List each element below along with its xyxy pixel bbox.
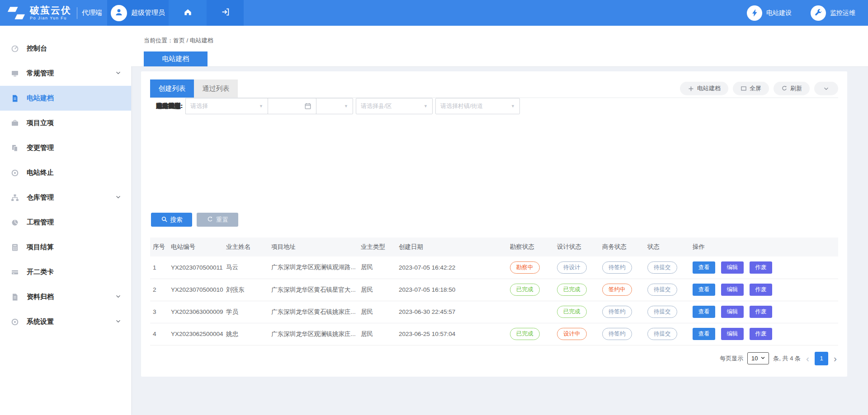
survey-status-cell	[507, 301, 554, 323]
card-icon	[11, 267, 21, 277]
sidebar-item-document[interactable]: 电站建档	[0, 86, 131, 111]
filter-select[interactable]: 请选择村镇/街道▼	[435, 98, 520, 114]
column-header: 序号	[150, 238, 168, 256]
actions-cell: 查看编辑作废	[690, 301, 838, 323]
sitemap-icon	[11, 193, 21, 203]
home-icon	[184, 8, 192, 18]
design-status-cell: 已完成	[554, 301, 599, 323]
breadcrumb: 当前位置：首页 / 电站建档	[144, 37, 213, 45]
sidebar-item-pie[interactable]: 工程管理	[0, 210, 131, 235]
owner-name: 学员	[223, 301, 269, 323]
calculator-icon	[11, 242, 21, 252]
void-button[interactable]: 作废	[750, 284, 772, 296]
status-badge: 待提交	[647, 328, 677, 340]
edit-button[interactable]: 编辑	[721, 261, 744, 274]
filter-select[interactable]: 请选择▼	[185, 98, 268, 114]
sidebar-item-briefcase[interactable]: 项目立项	[0, 111, 131, 135]
refresh-button[interactable]: 刷新	[774, 82, 810, 95]
quick-link-wrench[interactable]: 监控运维	[811, 5, 855, 21]
quick-link-bolt[interactable]: 电站建设	[747, 5, 792, 21]
row-index: 2	[150, 279, 168, 301]
chevron-down-icon	[115, 293, 121, 301]
created-date: 2023-06-25 10:57:04	[396, 323, 507, 345]
breadcrumb-bar: 当前位置：首页 / 电站建档 电站建档	[131, 26, 868, 67]
void-button[interactable]: 作废	[750, 261, 772, 274]
logout-button[interactable]	[207, 0, 244, 26]
table-row: 2YX2023070500010刘强东广东深圳龙华区黄石镇星官大...居民202…	[150, 279, 838, 301]
column-header: 业主类型	[358, 238, 396, 256]
briefcase-icon	[11, 118, 21, 128]
edit-button[interactable]: 编辑	[721, 328, 744, 340]
filter-group-10: 业主类型:请选择▼	[150, 98, 271, 114]
refresh-icon	[781, 85, 788, 92]
page-size-select[interactable]: 10	[747, 352, 769, 364]
sidebar-item-card[interactable]: 开二类卡	[0, 260, 131, 284]
quick-link-label: 监控运维	[830, 9, 855, 17]
business-status-cell: 待签约	[599, 323, 645, 345]
sidebar-item-label: 变更管理	[27, 144, 121, 152]
home-button[interactable]	[169, 0, 207, 26]
table-row: 1YX2023070500011马云广东深圳龙华区观澜镇观湖路...居民2023…	[150, 256, 838, 279]
search-icon	[161, 216, 168, 224]
fullscreen-button[interactable]: 全屏	[733, 82, 769, 95]
current-page-button[interactable]: 1	[815, 352, 828, 365]
column-header: 设计状态	[554, 238, 599, 256]
filter-select[interactable]: 请选择县/区▼	[356, 98, 433, 114]
sidebar-item-copy[interactable]: 变更管理	[0, 135, 131, 160]
brand-subtitle: Po Jian Yun Fu	[30, 16, 71, 20]
view-button[interactable]: 查看	[693, 261, 715, 274]
view-button[interactable]: 查看	[693, 328, 715, 340]
status-badge: 已完成	[510, 328, 540, 340]
user-name: 超级管理员	[131, 9, 165, 17]
sidebar-item-label: 常规管理	[27, 69, 115, 78]
sidebar-item-sitemap[interactable]: 仓库管理	[0, 185, 131, 210]
fullscreen-icon	[741, 85, 747, 92]
tab-passed-list[interactable]: 通过列表	[194, 79, 238, 98]
sidebar-item-settings[interactable]: 系统设置	[0, 309, 131, 334]
sidebar-item-label: 仓库管理	[27, 193, 115, 202]
add-station-button[interactable]: 电站建档	[680, 82, 728, 95]
owner-name: 姚忠	[223, 323, 269, 345]
business-status-cell: 待签约	[599, 301, 645, 323]
owner-name: 刘强东	[223, 279, 269, 301]
wrench-icon	[811, 5, 826, 21]
status-status-cell: 待提交	[645, 256, 690, 279]
status-badge: 待提交	[647, 261, 677, 274]
search-button[interactable]: 搜索	[151, 213, 192, 227]
sidebar-item-monitor[interactable]: 常规管理	[0, 61, 131, 86]
logout-icon	[221, 8, 230, 18]
view-button[interactable]: 查看	[693, 284, 715, 296]
view-button[interactable]: 查看	[693, 306, 715, 318]
page-tab[interactable]: 电站建档	[144, 51, 208, 66]
panel-tabs-row: 创建列表通过列表 电站建档全屏刷新	[150, 79, 838, 98]
column-header: 业主姓名	[223, 238, 269, 256]
row-index: 1	[150, 256, 168, 279]
next-page-button[interactable]: ›	[832, 354, 838, 363]
prev-page-button[interactable]: ‹	[805, 354, 811, 363]
sidebar-item-calculator[interactable]: 项目结算	[0, 235, 131, 260]
sidebar-item-dashboard[interactable]: 控制台	[0, 36, 131, 61]
sidebar-item-archive[interactable]: 资料归档	[0, 284, 131, 309]
design-status-cell: 待设计	[554, 256, 599, 279]
column-header: 状态	[645, 238, 690, 256]
sidebar-item-target[interactable]: 电站终止	[0, 160, 131, 185]
edit-button[interactable]: 编辑	[721, 306, 744, 318]
status-badge: 已完成	[557, 284, 587, 296]
void-button[interactable]: 作废	[750, 328, 772, 340]
edit-button[interactable]: 编辑	[721, 284, 744, 296]
copy-icon	[11, 143, 21, 153]
current-user[interactable]: 超级管理员	[107, 0, 169, 26]
survey-status-cell: 已完成	[507, 323, 554, 345]
reset-button[interactable]: 重置	[197, 213, 238, 227]
collapse-button[interactable]	[814, 82, 838, 95]
status-badge: 设计中	[557, 328, 587, 340]
void-button[interactable]: 作废	[750, 306, 772, 318]
tab-create-list[interactable]: 创建列表	[150, 79, 194, 98]
station-code: YX2023062500004	[168, 323, 223, 345]
app-header: 破茧云伏 Po Jian Yun Fu 代理端 超级管理员 电站建设监控运维	[0, 0, 868, 26]
chevron-down-icon	[115, 194, 121, 202]
actions-cell: 查看编辑作废	[690, 323, 838, 345]
chevron-down-icon	[115, 318, 121, 326]
actions-cell: 查看编辑作废	[690, 256, 838, 279]
document-icon	[11, 93, 21, 103]
